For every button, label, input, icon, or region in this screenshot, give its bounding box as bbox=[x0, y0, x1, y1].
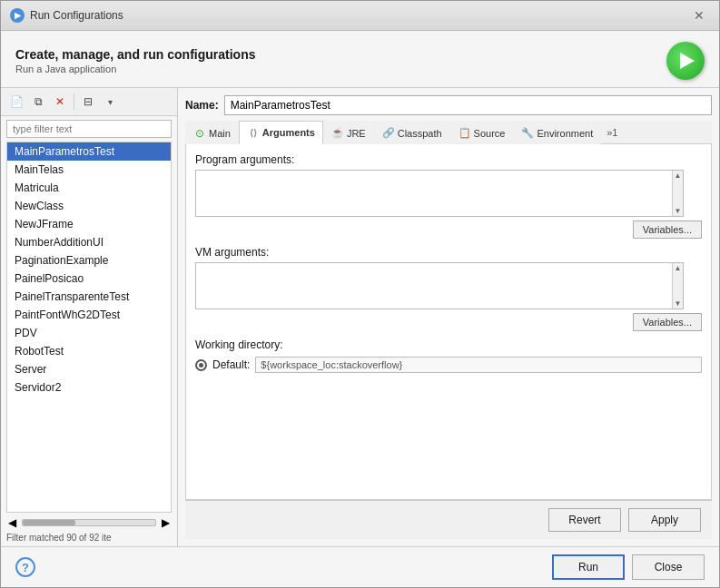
scroll-down-arrow[interactable]: ▼ bbox=[673, 206, 683, 216]
window-title: Run Configurations bbox=[30, 9, 123, 22]
run-button[interactable]: Run bbox=[552, 554, 625, 580]
name-label: Name: bbox=[185, 99, 219, 112]
env-tab-icon: 🔧 bbox=[521, 127, 534, 140]
list-item[interactable]: NumberAdditionUI bbox=[7, 233, 171, 251]
vm-scroll-up-arrow[interactable]: ▲ bbox=[673, 263, 683, 273]
main-tab-icon: ⊙ bbox=[193, 127, 206, 140]
program-args-input[interactable] bbox=[196, 171, 672, 216]
list-item[interactable]: PainelTransparenteTest bbox=[7, 288, 171, 306]
list-item[interactable]: MainTelas bbox=[7, 161, 171, 179]
tab-source-label: Source bbox=[474, 128, 506, 139]
list-scroll-area: ◀ ▶ bbox=[6, 516, 172, 531]
scroll-up-arrow[interactable]: ▲ bbox=[673, 171, 683, 181]
header-text: Create, manage, and run configurations R… bbox=[15, 47, 256, 74]
scroll-right-arrow[interactable]: ▶ bbox=[160, 516, 172, 529]
tab-environment[interactable]: 🔧 Environment bbox=[513, 122, 601, 144]
header-subtitle: Run a Java application bbox=[15, 64, 256, 74]
footer-right-buttons: Run Close bbox=[552, 554, 705, 580]
list-item[interactable]: PaginationExample bbox=[7, 251, 171, 270]
tab-jre[interactable]: ☕ JRE bbox=[323, 122, 374, 144]
scrollbar-thumb bbox=[23, 520, 75, 525]
vm-scroll-down-arrow[interactable]: ▼ bbox=[673, 299, 683, 309]
tab-classpath[interactable]: 🔗 Classpath bbox=[374, 122, 450, 144]
list-item[interactable]: PaintFontWhG2DTest bbox=[7, 306, 171, 324]
horizontal-scrollbar[interactable] bbox=[22, 519, 156, 526]
app-icon: ▶ bbox=[10, 8, 25, 23]
list-item[interactable]: Servidor2 bbox=[7, 378, 171, 397]
revert-button[interactable]: Revert bbox=[548, 508, 621, 532]
title-bar-left: ▶ Run Configurations bbox=[10, 8, 123, 23]
list-item[interactable]: PainelPosicao bbox=[7, 270, 171, 288]
program-args-box: ▲ ▼ bbox=[195, 170, 684, 217]
program-args-scrollbar: ▲ ▼ bbox=[672, 171, 683, 216]
program-args-label: Program arguments: bbox=[195, 153, 702, 166]
list-item[interactable]: Matricula bbox=[7, 179, 171, 197]
tab-arguments-label: Arguments bbox=[262, 127, 315, 138]
jre-tab-icon: ☕ bbox=[331, 127, 344, 140]
right-panel: Name: ⊙ Main ⟨⟩ Arguments ☕ JRE 🔗 bbox=[178, 88, 719, 546]
copy-config-button[interactable]: ⧉ bbox=[28, 92, 48, 112]
new-config-button[interactable]: 📄 bbox=[6, 92, 26, 112]
default-radio-button[interactable] bbox=[195, 359, 207, 371]
default-radio-row: Default: bbox=[195, 357, 702, 373]
vm-variables-button[interactable]: Variables... bbox=[633, 313, 702, 331]
left-panel: 📄 ⧉ ✕ ⊟ ▾ MainParametrosTest MainTelas M… bbox=[1, 88, 178, 546]
list-item[interactable]: RobotTest bbox=[7, 342, 171, 360]
header-title: Create, manage, and run configurations bbox=[15, 47, 256, 62]
toolbar-separator bbox=[74, 93, 74, 110]
close-button[interactable]: Close bbox=[632, 554, 705, 580]
vm-args-label: VM arguments: bbox=[195, 246, 702, 259]
tab-main-label: Main bbox=[209, 128, 231, 139]
default-radio-label: Default: bbox=[212, 358, 250, 371]
name-row: Name: bbox=[185, 95, 712, 115]
run-configuration-icon bbox=[666, 42, 705, 80]
name-input[interactable] bbox=[224, 95, 712, 115]
left-toolbar: 📄 ⧉ ✕ ⊟ ▾ bbox=[1, 88, 177, 116]
tab-main[interactable]: ⊙ Main bbox=[185, 122, 239, 144]
working-dir-label: Working directory: bbox=[195, 338, 702, 351]
title-bar: ▶ Run Configurations ✕ bbox=[1, 1, 719, 31]
filter-input[interactable] bbox=[6, 120, 172, 138]
bottom-buttons: Revert Apply bbox=[185, 500, 712, 539]
tab-source[interactable]: 📋 Source bbox=[450, 122, 514, 144]
help-button[interactable]: ? bbox=[15, 557, 35, 577]
run-configurations-dialog: ▶ Run Configurations ✕ Create, manage, a… bbox=[0, 0, 720, 588]
collapse-button[interactable]: ⊟ bbox=[78, 92, 98, 112]
tab-arguments[interactable]: ⟨⟩ Arguments bbox=[239, 121, 323, 144]
vm-args-box: ▲ ▼ bbox=[195, 262, 684, 309]
window-close-button[interactable]: ✕ bbox=[688, 6, 710, 24]
delete-config-button[interactable]: ✕ bbox=[50, 92, 70, 112]
content-area: Program arguments: ▲ ▼ Variables... VM a… bbox=[185, 144, 712, 500]
tabs-bar: ⊙ Main ⟨⟩ Arguments ☕ JRE 🔗 Classpath 📋 bbox=[185, 121, 712, 144]
default-dir-input[interactable] bbox=[255, 357, 702, 373]
list-item[interactable]: PDV bbox=[7, 324, 171, 342]
list-item[interactable]: Server bbox=[7, 360, 171, 378]
list-item[interactable]: NewClass bbox=[7, 197, 171, 215]
vm-args-scrollbar: ▲ ▼ bbox=[672, 263, 683, 309]
apply-button[interactable]: Apply bbox=[628, 508, 701, 532]
tabs-more-button[interactable]: »1 bbox=[601, 123, 623, 142]
variables-btn-2-row: Variables... bbox=[195, 313, 702, 331]
vm-args-input[interactable] bbox=[196, 263, 672, 309]
header-section: Create, manage, and run configurations R… bbox=[1, 31, 719, 88]
variables-btn-1-row: Variables... bbox=[195, 220, 702, 239]
program-variables-button[interactable]: Variables... bbox=[633, 220, 702, 239]
tab-environment-label: Environment bbox=[537, 128, 593, 139]
list-item[interactable]: NewJFrame bbox=[7, 215, 171, 233]
scroll-left-arrow[interactable]: ◀ bbox=[6, 516, 18, 529]
tab-classpath-label: Classpath bbox=[398, 128, 442, 139]
classpath-tab-icon: 🔗 bbox=[382, 127, 395, 140]
list-item[interactable]: MainParametrosTest bbox=[7, 142, 171, 161]
filter-status: Filter matched 90 of 92 ite bbox=[1, 531, 177, 546]
footer-bar: ? Run Close bbox=[1, 546, 719, 587]
args-tab-icon: ⟨⟩ bbox=[247, 126, 260, 139]
config-list: MainParametrosTest MainTelas Matricula N… bbox=[6, 142, 172, 513]
main-content: 📄 ⧉ ✕ ⊟ ▾ MainParametrosTest MainTelas M… bbox=[1, 88, 719, 546]
dropdown-button[interactable]: ▾ bbox=[100, 92, 120, 112]
tab-jre-label: JRE bbox=[347, 128, 366, 139]
source-tab-icon: 📋 bbox=[459, 127, 471, 140]
